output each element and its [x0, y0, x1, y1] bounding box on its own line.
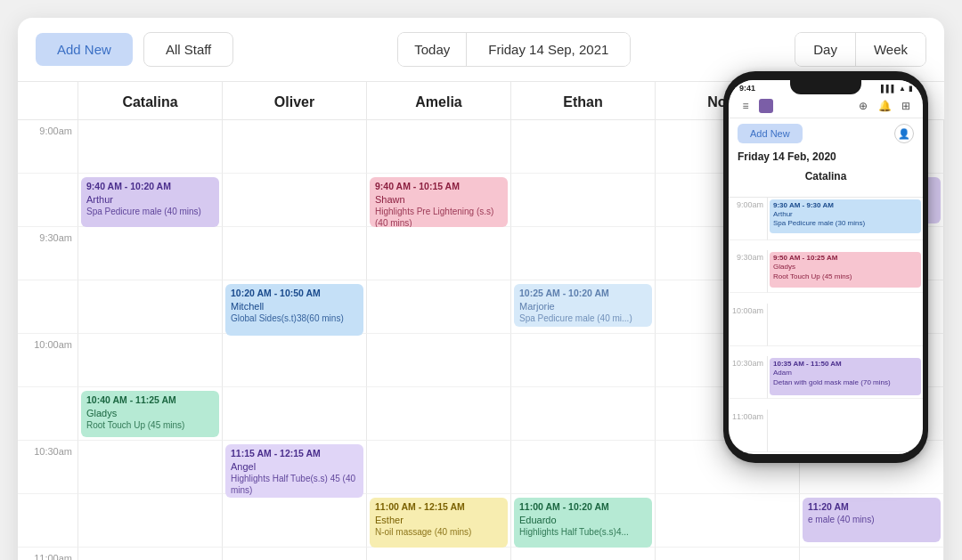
- time-9am: 9:00am: [18, 120, 78, 174]
- event-service: e male (40 mins): [808, 514, 935, 525]
- phone-event-service: Detan with gold mask male (70 mins): [773, 378, 917, 387]
- amelia-cell-3[interactable]: [367, 227, 511, 280]
- finch-cell-9[interactable]: [800, 548, 944, 560]
- wifi-icon: ▲: [899, 85, 906, 93]
- catalina-cell-1[interactable]: [78, 120, 223, 174]
- event-time: 9:40 AM - 10:20 AM: [86, 181, 214, 193]
- phone-event-time: 9:30 AM - 9:30 AM: [773, 201, 917, 210]
- phone-day-cell-4[interactable]: 10:35 AM - 11:50 AM Adam Detan with gold…: [768, 356, 923, 399]
- phone-event-gladys[interactable]: 9:50 AM - 10:25 AM Gladys Root Touch Up …: [770, 252, 921, 288]
- phone-day-cell-2[interactable]: 9:50 AM - 10:25 AM Gladys Root Touch Up …: [768, 250, 923, 293]
- phone-nav-icons-right: ⊕ 🔔 ⊞: [855, 98, 914, 114]
- oliver-cell-4[interactable]: 10:20 AM - 10:50 AM Mitchell Global Side…: [223, 280, 367, 334]
- grid-icon[interactable]: ⊞: [898, 98, 914, 114]
- phone-status-icons: ▌▌▌ ▲ ▮: [881, 85, 912, 93]
- amelia-cell-1[interactable]: [367, 120, 511, 174]
- amelia-cell-2[interactable]: 9:40 AM - 10:15 AM Shawn Highlights Pre …: [367, 174, 511, 227]
- event-angel[interactable]: 11:15 AM - 12:15 AM Angel Highlights Hal…: [225, 444, 363, 498]
- phone-day-cell-3[interactable]: [768, 304, 923, 346]
- ethan-cell-8[interactable]: 11:00 AM - 10:20 AM Eduardo Highlights H…: [511, 494, 656, 548]
- amelia-cell-6[interactable]: [367, 387, 511, 441]
- event-time: 9:40 AM - 10:15 AM: [375, 181, 502, 193]
- event-service: Highlights Half Tube(s.s)4...: [519, 526, 647, 538]
- ethan-cell-2[interactable]: [511, 174, 656, 227]
- hamburger-icon[interactable]: ≡: [738, 98, 754, 114]
- today-button[interactable]: Today: [398, 33, 467, 66]
- ethan-cell-4[interactable]: 10:25 AM - 10:20 AM Marjorie Spa Pedicur…: [511, 280, 656, 334]
- time-column-header: [18, 82, 78, 120]
- all-staff-button[interactable]: All Staff: [143, 32, 233, 67]
- event-time: 11:15 AM - 12:15 AM: [231, 448, 358, 460]
- amelia-cell-9[interactable]: [367, 548, 511, 560]
- nolan-cell-8[interactable]: [656, 494, 800, 548]
- oliver-cell-2[interactable]: [223, 174, 367, 227]
- phone-time-11am: 11:00am: [729, 410, 768, 452]
- event-eduardo[interactable]: 11:00 AM - 10:20 AM Eduardo Highlights H…: [514, 498, 652, 548]
- phone-add-new-button[interactable]: Add New: [738, 124, 803, 143]
- amelia-cell-8[interactable]: 11:00 AM - 12:15 AM Esther N-oil massage…: [367, 494, 511, 548]
- oliver-cell-9[interactable]: [223, 548, 367, 560]
- event-service: Global Sides(s.t)38(60 mins): [231, 312, 358, 324]
- event-time: 11:00 AM - 10:20 AM: [519, 501, 647, 514]
- time-blank-4: [18, 494, 78, 548]
- catalina-cell-7[interactable]: [78, 441, 223, 494]
- phone-event-time: 10:35 AM - 11:50 AM: [773, 360, 917, 369]
- signal-icon: ▌▌▌: [881, 85, 896, 93]
- ethan-cell-1[interactable]: [511, 120, 656, 174]
- bell-icon[interactable]: 🔔: [876, 98, 893, 114]
- column-header-ethan: Ethan: [511, 82, 656, 120]
- catalina-cell-6[interactable]: 10:40 AM - 11:25 AM Gladys Root Touch Up…: [78, 387, 223, 441]
- catalina-cell-3[interactable]: [78, 227, 223, 280]
- ethan-cell-3[interactable]: [511, 227, 656, 280]
- oliver-cell-5[interactable]: [223, 334, 367, 387]
- amelia-cell-4[interactable]: [367, 280, 511, 334]
- plus-circle-icon[interactable]: ⊕: [855, 98, 871, 114]
- ethan-cell-7[interactable]: [511, 441, 656, 494]
- event-arthur[interactable]: 9:40 AM - 10:20 AM Arthur Spa Pedicure m…: [81, 177, 219, 227]
- phone-event-service: Spa Pedicure male (30 mins): [773, 219, 917, 228]
- time-11am: 11:00am: [18, 548, 78, 560]
- event-mitchell[interactable]: 10:20 AM - 10:50 AM Mitchell Global Side…: [225, 284, 363, 336]
- oliver-cell-3[interactable]: [223, 227, 367, 280]
- catalina-cell-2[interactable]: 9:40 AM - 10:20 AM Arthur Spa Pedicure m…: [78, 174, 223, 227]
- amelia-cell-5[interactable]: [367, 334, 511, 387]
- phone-person-icon[interactable]: 👤: [894, 124, 914, 143]
- oliver-cell-6[interactable]: [223, 387, 367, 441]
- event-esther[interactable]: 11:00 AM - 12:15 AM Esther N-oil massage…: [370, 498, 508, 548]
- nolan-cell-9[interactable]: [656, 548, 800, 560]
- catalina-cell-9[interactable]: [78, 548, 223, 560]
- ethan-cell-6[interactable]: [511, 387, 656, 441]
- oliver-cell-7[interactable]: 11:15 AM - 12:15 AM Angel Highlights Hal…: [223, 441, 367, 494]
- amelia-cell-7[interactable]: [367, 441, 511, 494]
- add-new-button[interactable]: Add New: [36, 33, 133, 66]
- phone-calendar-body: Catalina 9:00am 9:30 AM - 9:30 AM Arthur…: [729, 166, 923, 454]
- event-gladys[interactable]: 10:40 AM - 11:25 AM Gladys Root Touch Up…: [81, 391, 219, 437]
- day-view-button[interactable]: Day: [795, 33, 856, 66]
- view-toggle: Day Week: [795, 32, 926, 67]
- catalina-cell-4[interactable]: [78, 280, 223, 334]
- phone-col-header-catalina: Catalina: [729, 166, 923, 198]
- phone-event-arthur[interactable]: 9:30 AM - 9:30 AM Arthur Spa Pedicure ma…: [770, 199, 921, 233]
- time-930am: 9:30am: [18, 227, 78, 280]
- ethan-cell-5[interactable]: [511, 334, 656, 387]
- event-marjorie[interactable]: 10:25 AM - 10:20 AM Marjorie Spa Pedicur…: [514, 284, 652, 327]
- catalina-cell-8[interactable]: [78, 494, 223, 548]
- phone-day-cell-5[interactable]: [768, 410, 923, 452]
- ethan-cell-9[interactable]: [511, 548, 656, 560]
- phone-time-930am: 9:30am: [729, 250, 768, 293]
- phone-event-adam[interactable]: 10:35 AM - 11:50 AM Adam Detan with gold…: [770, 358, 921, 395]
- oliver-cell-8[interactable]: [223, 494, 367, 548]
- week-view-button[interactable]: Week: [856, 33, 925, 66]
- phone-event-name: Adam: [773, 369, 917, 377]
- catalina-cell-5[interactable]: [78, 334, 223, 387]
- time-blank-1: [18, 174, 78, 227]
- event-shawn[interactable]: 9:40 AM - 10:15 AM Shawn Highlights Pre …: [370, 177, 508, 227]
- event-service: Highlights Half Tube(s.s) 45 (40 mins): [231, 473, 358, 496]
- phone-time-9am: 9:00am: [729, 198, 768, 240]
- oliver-cell-1[interactable]: [223, 120, 367, 174]
- finch-cell-8[interactable]: 11:20 AM e male (40 mins): [800, 494, 944, 548]
- phone-add-new-bar: Add New 👤: [729, 118, 923, 149]
- phone-day-cell-1[interactable]: 9:30 AM - 9:30 AM Arthur Spa Pedicure ma…: [768, 198, 923, 240]
- phone-event-name: Gladys: [773, 263, 917, 272]
- event-finch-2[interactable]: 11:20 AM e male (40 mins): [803, 498, 941, 542]
